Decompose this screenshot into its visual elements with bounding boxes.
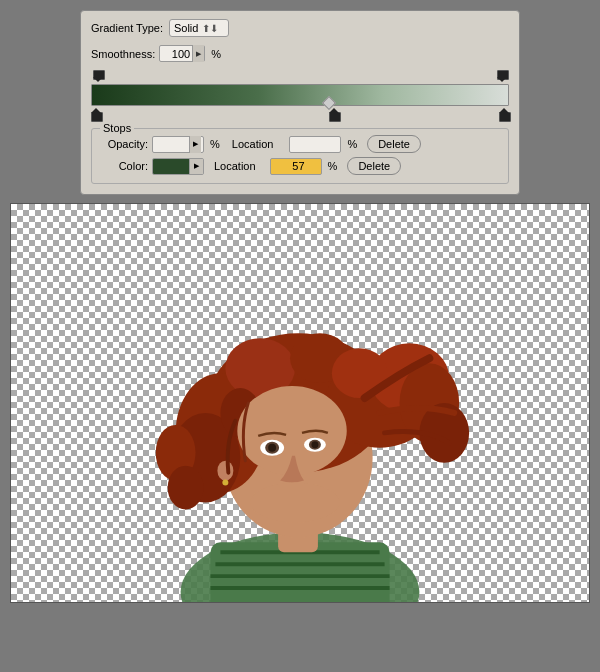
- svg-point-29: [222, 480, 228, 486]
- person-image: [11, 204, 589, 602]
- top-stop-right[interactable]: [497, 70, 507, 82]
- opacity-location-pct: %: [347, 138, 357, 150]
- smoothness-unit: %: [211, 48, 221, 60]
- smoothness-stepper[interactable]: ▶: [192, 45, 204, 62]
- svg-point-28: [217, 461, 233, 481]
- svg-point-27: [311, 441, 318, 448]
- gradient-type-row: Gradient Type: Solid ⬆⬇: [91, 19, 509, 37]
- svg-point-30: [250, 483, 340, 523]
- color-row: Color: ▶ Location % Delete: [100, 157, 500, 175]
- smoothness-label: Smoothness:: [91, 48, 155, 60]
- canvas-area: [10, 203, 590, 603]
- opacity-pct: %: [210, 138, 220, 150]
- opacity-delete-button[interactable]: Delete: [367, 135, 421, 153]
- color-swatch: [153, 159, 189, 174]
- opacity-location-label: Location: [232, 138, 274, 150]
- color-arrow-icon[interactable]: ▶: [189, 159, 203, 174]
- gradient-type-label: Gradient Type:: [91, 22, 163, 34]
- color-swatch-wrap[interactable]: ▶: [152, 158, 204, 175]
- smoothness-row: Smoothness: ▶ %: [91, 45, 509, 62]
- bottom-stops-row: [91, 108, 509, 122]
- opacity-label: Opacity:: [100, 138, 148, 150]
- opacity-row: Opacity: ▶ % Location % Delete: [100, 135, 500, 153]
- gradient-type-value: Solid: [174, 22, 198, 34]
- gradient-type-arrow-icon: ⬆⬇: [202, 23, 218, 34]
- color-label: Color:: [100, 160, 148, 172]
- stops-section: Stops Opacity: ▶ % Location % Delete Col…: [91, 128, 509, 184]
- stepper-arrow-icon: ▶: [196, 50, 201, 57]
- opacity-stepper[interactable]: ▶: [189, 136, 201, 153]
- opacity-location-field[interactable]: [289, 136, 341, 153]
- color-location-field[interactable]: [270, 158, 322, 175]
- opacity-stepper-icon: ▶: [193, 140, 198, 148]
- bottom-stop-right[interactable]: [499, 108, 509, 120]
- bottom-stop-mid[interactable]: [329, 108, 339, 120]
- top-stops-row: [91, 70, 509, 82]
- opacity-location-input[interactable]: [290, 138, 326, 150]
- bottom-stop-left[interactable]: [91, 108, 101, 120]
- svg-point-24: [268, 444, 276, 452]
- color-location-label: Location: [214, 160, 256, 172]
- color-location-input[interactable]: [271, 160, 307, 172]
- color-location-pct: %: [328, 160, 338, 172]
- opacity-input[interactable]: [153, 138, 189, 150]
- top-stop-left[interactable]: [93, 70, 103, 82]
- color-delete-button[interactable]: Delete: [347, 157, 401, 175]
- svg-point-20: [168, 466, 204, 510]
- gradient-editor-panel: Gradient Type: Solid ⬆⬇ Smoothness: ▶ %: [80, 10, 520, 195]
- stops-section-label: Stops: [100, 122, 134, 134]
- smoothness-input-wrap[interactable]: ▶: [159, 45, 205, 62]
- gradient-type-select[interactable]: Solid ⬆⬇: [169, 19, 229, 37]
- gradient-bar[interactable]: [91, 84, 509, 106]
- opacity-field[interactable]: ▶: [152, 136, 204, 153]
- gradient-bar-area: [91, 70, 509, 122]
- smoothness-input[interactable]: [160, 48, 192, 60]
